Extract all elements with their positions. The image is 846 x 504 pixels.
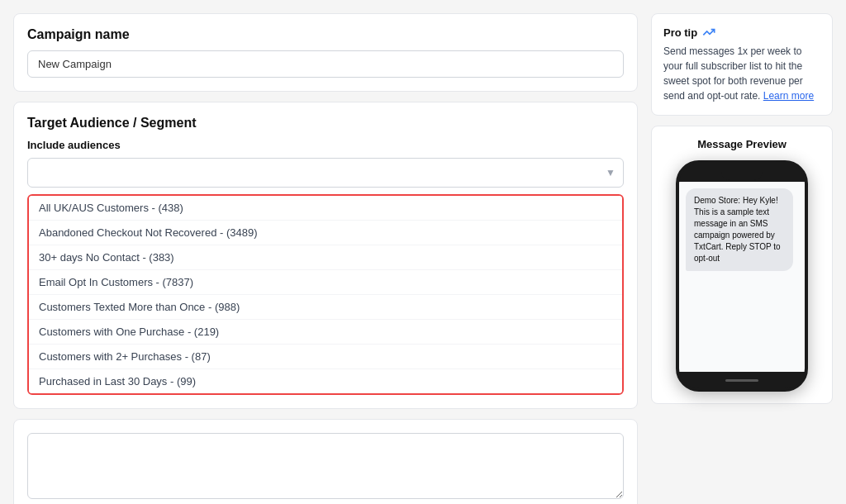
pro-tip-text: Send messages 1x per week to your full s… [663, 44, 820, 103]
preview-title: Message Preview [697, 138, 787, 150]
list-item[interactable]: Customers with One Purchase - (219) [29, 319, 622, 344]
message-textarea[interactable] [27, 433, 624, 499]
message-card: Characters: 121/ 157 SMS: 1 😐 Poor Inclu… [13, 419, 638, 504]
list-item[interactable]: Customers with 2+ Purchases - (87) [29, 344, 622, 368]
phone-bottom-bar [679, 372, 805, 388]
audience-card: Target Audience / Segment Include audien… [13, 102, 638, 409]
campaign-name-card: Campaign name [13, 13, 638, 92]
audience-dropdown[interactable] [27, 158, 624, 188]
pro-tip-card: Pro tip Send messages 1x per week to you… [651, 13, 833, 116]
audience-dropdown-wrapper: ▼ [27, 158, 624, 188]
audience-list: All UK/AUS Customers - (438)Abandoned Ch… [27, 194, 624, 395]
preview-message-bubble: Demo Store: Hey Kyle! This is a sample t… [686, 188, 793, 271]
notch-cutout [721, 170, 763, 180]
message-preview-panel: Message Preview Demo Store: Hey Kyle! Th… [651, 126, 833, 404]
pro-tip-title: Pro tip [663, 26, 697, 39]
phone-notch [679, 164, 805, 182]
campaign-name-input[interactable] [27, 50, 624, 78]
list-item[interactable]: Customers Texted More than Once - (988) [29, 294, 622, 319]
home-indicator [725, 379, 758, 382]
list-item[interactable]: Abandoned Checkout Not Recovered - (3489… [29, 220, 622, 245]
campaign-name-title: Campaign name [27, 27, 624, 42]
list-item[interactable]: All UK/AUS Customers - (438) [29, 196, 622, 220]
phone-screen: Demo Store: Hey Kyle! This is a sample t… [679, 182, 805, 372]
trend-up-icon [702, 26, 715, 39]
include-audiences-label: Include audiences [27, 139, 624, 151]
list-item[interactable]: Email Opt In Customers - (7837) [29, 269, 622, 294]
phone-frame: Demo Store: Hey Kyle! This is a sample t… [676, 160, 808, 392]
list-item[interactable]: 30+ days No Contact - (383) [29, 245, 622, 269]
audience-title: Target Audience / Segment [27, 116, 624, 131]
learn-more-link[interactable]: Learn more [763, 90, 814, 102]
list-item[interactable]: Purchased in Last 30 Days - (99) [29, 368, 622, 393]
pro-tip-header: Pro tip [663, 26, 820, 39]
